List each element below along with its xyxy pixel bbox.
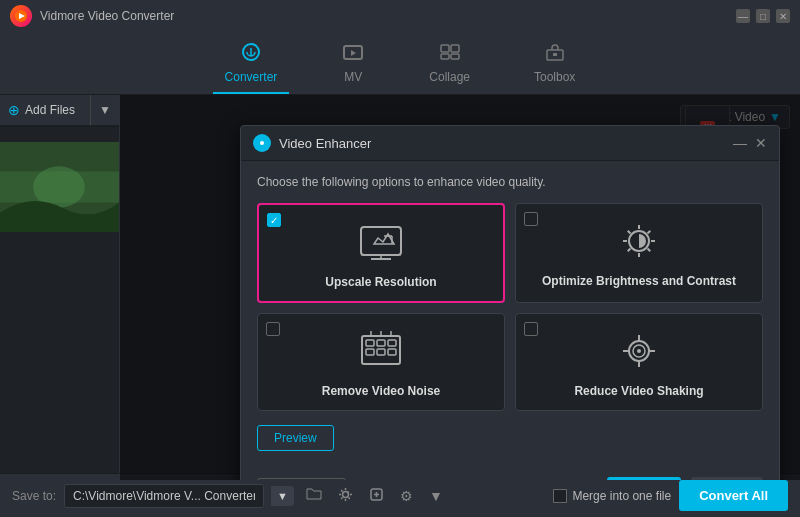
svg-rect-3: [441, 45, 449, 52]
convert-all-button[interactable]: Convert All: [679, 480, 788, 511]
title-bar-controls: — □ ✕: [736, 9, 790, 23]
options-grid: ✓: [257, 203, 763, 411]
svg-rect-30: [377, 340, 385, 346]
app-icon: [10, 5, 32, 27]
merge-checkbox[interactable]: [553, 489, 567, 503]
tab-toolbox-label: Toolbox: [534, 70, 575, 84]
tab-mv-label: MV: [344, 70, 362, 84]
upscale-checkbox[interactable]: ✓: [267, 213, 281, 227]
title-bar-left: Vidmore Video Converter: [10, 5, 174, 27]
svg-line-27: [628, 249, 631, 252]
dialog-icon: [253, 134, 271, 152]
merge-label: Merge into one file: [572, 489, 671, 503]
modal-overlay: Video Enhancer — ✕ Choose the following …: [120, 95, 800, 480]
settings-icon[interactable]: [334, 485, 357, 507]
option-upscale[interactable]: ✓: [257, 203, 505, 303]
upscale-icon-area: [351, 217, 411, 267]
svg-line-25: [648, 249, 651, 252]
plus-icon: ⊕: [8, 102, 20, 118]
shaking-label: Reduce Video Shaking: [574, 384, 703, 398]
svg-rect-31: [388, 340, 396, 346]
toolbox-icon: [543, 42, 567, 67]
svg-rect-8: [553, 53, 557, 56]
shaking-checkbox[interactable]: [524, 322, 538, 336]
svg-rect-6: [451, 54, 459, 59]
content-pane: MP4 4K Video ▼ 4K MP4: [120, 95, 800, 480]
save-button[interactable]: Save: [607, 477, 681, 480]
option-brightness[interactable]: Optimize Brightness and Contrast: [515, 203, 763, 303]
option-shaking[interactable]: Reduce Video Shaking: [515, 313, 763, 411]
dialog-header: Video Enhancer — ✕: [241, 126, 779, 161]
cancel-button[interactable]: Cancel: [691, 477, 763, 480]
brightness-label: Optimize Brightness and Contrast: [542, 274, 736, 288]
add-files-button[interactable]: ⊕ Add Files: [0, 95, 90, 126]
gear-icon[interactable]: [365, 485, 388, 507]
apply-all-button[interactable]: Apply to All: [257, 478, 346, 481]
dropdown-config-button[interactable]: ▼: [425, 486, 447, 506]
svg-rect-29: [366, 340, 374, 346]
tab-toolbox[interactable]: Toolbox: [522, 38, 587, 94]
mv-icon: [341, 42, 365, 67]
svg-rect-34: [388, 349, 396, 355]
tab-mv[interactable]: MV: [329, 38, 377, 94]
app-title: Vidmore Video Converter: [40, 9, 174, 23]
svg-rect-33: [377, 349, 385, 355]
dialog-controls: — ✕: [733, 136, 767, 150]
option-noise[interactable]: Remove Video Noise: [257, 313, 505, 411]
brightness-icon-area: [609, 216, 669, 266]
nav-tabs: Converter MV Collage: [0, 32, 800, 95]
svg-rect-4: [451, 45, 459, 52]
brightness-checkbox[interactable]: [524, 212, 538, 226]
preview-button[interactable]: Preview: [257, 425, 334, 451]
folder-open-icon[interactable]: [302, 485, 326, 506]
save-to-label: Save to:: [12, 489, 56, 503]
dialog-minimize-button[interactable]: —: [733, 136, 747, 150]
tab-collage-label: Collage: [429, 70, 470, 84]
svg-point-40: [637, 349, 641, 353]
sidebar: ⊕ Add Files ▼: [0, 95, 120, 480]
dropdown-arrow-icon: ▼: [99, 103, 111, 117]
dialog-body: Choose the following options to enhance …: [241, 161, 779, 480]
minimize-button[interactable]: —: [736, 9, 750, 23]
tab-collage[interactable]: Collage: [417, 38, 482, 94]
title-bar: Vidmore Video Converter — □ ✕: [0, 0, 800, 32]
noise-icon-area: [351, 326, 411, 376]
shaking-icon-area: [609, 326, 669, 376]
add-files-dropdown-button[interactable]: ▼: [90, 95, 119, 126]
merge-checkbox-area: Merge into one file: [553, 489, 671, 503]
tab-converter[interactable]: Converter: [213, 38, 290, 94]
svg-line-26: [648, 231, 651, 234]
save-path-dropdown-button[interactable]: ▼: [271, 486, 294, 506]
dialog-close-button[interactable]: ✕: [755, 136, 767, 150]
svg-line-24: [628, 231, 631, 234]
svg-rect-5: [441, 54, 449, 59]
main-area: ⊕ Add Files ▼ MP4 4K Video ▼: [0, 95, 800, 480]
dialog-subtitle: Choose the following options to enhance …: [257, 175, 763, 189]
upscale-label: Upscale Resolution: [325, 275, 436, 289]
config-icon[interactable]: ⚙: [396, 486, 417, 506]
add-files-label: Add Files: [25, 103, 75, 117]
dialog-footer: Apply to All ➜ Save Cancel: [257, 471, 763, 480]
collage-icon: [438, 42, 462, 67]
close-button[interactable]: ✕: [776, 9, 790, 23]
converter-icon: [239, 42, 263, 67]
noise-label: Remove Video Noise: [322, 384, 441, 398]
svg-rect-32: [366, 349, 374, 355]
dialog-title: Video Enhancer: [279, 136, 371, 151]
noise-checkbox[interactable]: [266, 322, 280, 336]
maximize-button[interactable]: □: [756, 9, 770, 23]
tab-converter-label: Converter: [225, 70, 278, 84]
save-path-input[interactable]: [64, 484, 264, 508]
video-enhancer-dialog: Video Enhancer — ✕ Choose the following …: [240, 125, 780, 480]
